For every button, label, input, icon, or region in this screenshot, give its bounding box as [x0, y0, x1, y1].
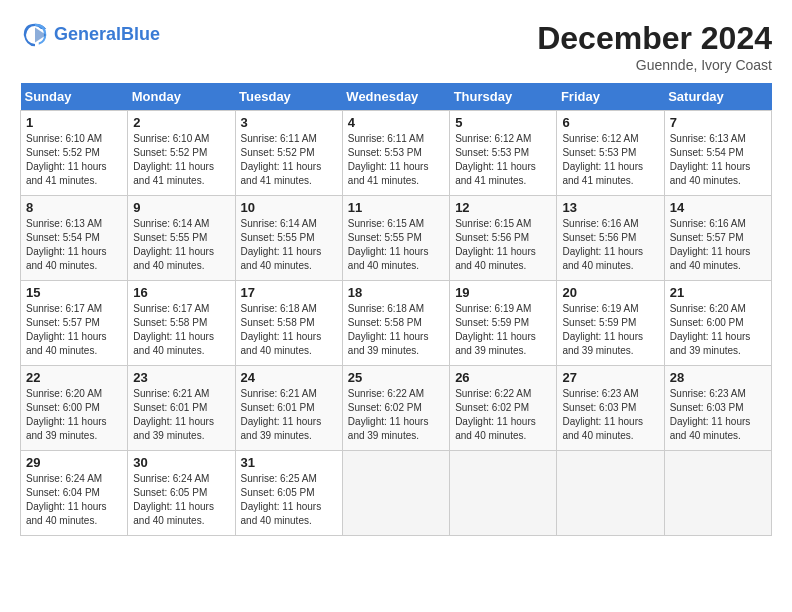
- day-info: Sunrise: 6:19 AMSunset: 5:59 PMDaylight:…: [455, 302, 551, 358]
- calendar-header-thursday: Thursday: [450, 83, 557, 111]
- title-block: December 2024 Guennde, Ivory Coast: [537, 20, 772, 73]
- day-number: 22: [26, 370, 122, 385]
- logo: GeneralBlue: [20, 20, 160, 50]
- day-number: 11: [348, 200, 444, 215]
- day-info: Sunrise: 6:12 AMSunset: 5:53 PMDaylight:…: [455, 132, 551, 188]
- calendar-cell: 10 Sunrise: 6:14 AMSunset: 5:55 PMDaylig…: [235, 196, 342, 281]
- calendar-cell: [664, 451, 771, 536]
- day-info: Sunrise: 6:15 AMSunset: 5:56 PMDaylight:…: [455, 217, 551, 273]
- calendar-cell: 16 Sunrise: 6:17 AMSunset: 5:58 PMDaylig…: [128, 281, 235, 366]
- day-number: 3: [241, 115, 337, 130]
- calendar-cell: 9 Sunrise: 6:14 AMSunset: 5:55 PMDayligh…: [128, 196, 235, 281]
- day-number: 23: [133, 370, 229, 385]
- day-number: 27: [562, 370, 658, 385]
- logo-icon: [20, 20, 50, 50]
- calendar-cell: 6 Sunrise: 6:12 AMSunset: 5:53 PMDayligh…: [557, 111, 664, 196]
- day-number: 24: [241, 370, 337, 385]
- day-info: Sunrise: 6:20 AMSunset: 6:00 PMDaylight:…: [26, 387, 122, 443]
- calendar-week-row: 29 Sunrise: 6:24 AMSunset: 6:04 PMDaylig…: [21, 451, 772, 536]
- day-number: 28: [670, 370, 766, 385]
- calendar-week-row: 1 Sunrise: 6:10 AMSunset: 5:52 PMDayligh…: [21, 111, 772, 196]
- day-info: Sunrise: 6:20 AMSunset: 6:00 PMDaylight:…: [670, 302, 766, 358]
- calendar-cell: 5 Sunrise: 6:12 AMSunset: 5:53 PMDayligh…: [450, 111, 557, 196]
- calendar-body: 1 Sunrise: 6:10 AMSunset: 5:52 PMDayligh…: [21, 111, 772, 536]
- calendar-cell: 11 Sunrise: 6:15 AMSunset: 5:55 PMDaylig…: [342, 196, 449, 281]
- calendar-cell: 22 Sunrise: 6:20 AMSunset: 6:00 PMDaylig…: [21, 366, 128, 451]
- calendar-cell: 15 Sunrise: 6:17 AMSunset: 5:57 PMDaylig…: [21, 281, 128, 366]
- calendar-cell: 2 Sunrise: 6:10 AMSunset: 5:52 PMDayligh…: [128, 111, 235, 196]
- calendar-cell: 12 Sunrise: 6:15 AMSunset: 5:56 PMDaylig…: [450, 196, 557, 281]
- day-number: 10: [241, 200, 337, 215]
- page-header: GeneralBlue December 2024 Guennde, Ivory…: [20, 20, 772, 73]
- calendar-cell: 17 Sunrise: 6:18 AMSunset: 5:58 PMDaylig…: [235, 281, 342, 366]
- day-info: Sunrise: 6:16 AMSunset: 5:57 PMDaylight:…: [670, 217, 766, 273]
- calendar-cell: 25 Sunrise: 6:22 AMSunset: 6:02 PMDaylig…: [342, 366, 449, 451]
- day-number: 14: [670, 200, 766, 215]
- day-info: Sunrise: 6:19 AMSunset: 5:59 PMDaylight:…: [562, 302, 658, 358]
- day-info: Sunrise: 6:15 AMSunset: 5:55 PMDaylight:…: [348, 217, 444, 273]
- calendar-cell: 4 Sunrise: 6:11 AMSunset: 5:53 PMDayligh…: [342, 111, 449, 196]
- day-number: 7: [670, 115, 766, 130]
- day-info: Sunrise: 6:14 AMSunset: 5:55 PMDaylight:…: [133, 217, 229, 273]
- calendar-cell: 26 Sunrise: 6:22 AMSunset: 6:02 PMDaylig…: [450, 366, 557, 451]
- day-number: 31: [241, 455, 337, 470]
- calendar-week-row: 15 Sunrise: 6:17 AMSunset: 5:57 PMDaylig…: [21, 281, 772, 366]
- calendar-cell: 21 Sunrise: 6:20 AMSunset: 6:00 PMDaylig…: [664, 281, 771, 366]
- location-subtitle: Guennde, Ivory Coast: [537, 57, 772, 73]
- day-info: Sunrise: 6:21 AMSunset: 6:01 PMDaylight:…: [241, 387, 337, 443]
- day-number: 30: [133, 455, 229, 470]
- day-number: 21: [670, 285, 766, 300]
- calendar-cell: 29 Sunrise: 6:24 AMSunset: 6:04 PMDaylig…: [21, 451, 128, 536]
- day-number: 29: [26, 455, 122, 470]
- day-info: Sunrise: 6:24 AMSunset: 6:04 PMDaylight:…: [26, 472, 122, 528]
- calendar-header-tuesday: Tuesday: [235, 83, 342, 111]
- day-number: 2: [133, 115, 229, 130]
- day-number: 9: [133, 200, 229, 215]
- day-info: Sunrise: 6:18 AMSunset: 5:58 PMDaylight:…: [241, 302, 337, 358]
- day-number: 8: [26, 200, 122, 215]
- day-info: Sunrise: 6:11 AMSunset: 5:53 PMDaylight:…: [348, 132, 444, 188]
- calendar-cell: 28 Sunrise: 6:23 AMSunset: 6:03 PMDaylig…: [664, 366, 771, 451]
- day-number: 17: [241, 285, 337, 300]
- logo-text-block: GeneralBlue: [54, 24, 160, 46]
- day-info: Sunrise: 6:13 AMSunset: 5:54 PMDaylight:…: [670, 132, 766, 188]
- calendar-cell: [557, 451, 664, 536]
- calendar-cell: 7 Sunrise: 6:13 AMSunset: 5:54 PMDayligh…: [664, 111, 771, 196]
- calendar-week-row: 8 Sunrise: 6:13 AMSunset: 5:54 PMDayligh…: [21, 196, 772, 281]
- calendar-cell: 19 Sunrise: 6:19 AMSunset: 5:59 PMDaylig…: [450, 281, 557, 366]
- calendar-cell: 18 Sunrise: 6:18 AMSunset: 5:58 PMDaylig…: [342, 281, 449, 366]
- day-number: 13: [562, 200, 658, 215]
- calendar-week-row: 22 Sunrise: 6:20 AMSunset: 6:00 PMDaylig…: [21, 366, 772, 451]
- calendar-cell: 27 Sunrise: 6:23 AMSunset: 6:03 PMDaylig…: [557, 366, 664, 451]
- day-info: Sunrise: 6:11 AMSunset: 5:52 PMDaylight:…: [241, 132, 337, 188]
- calendar-table: SundayMondayTuesdayWednesdayThursdayFrid…: [20, 83, 772, 536]
- calendar-cell: 14 Sunrise: 6:16 AMSunset: 5:57 PMDaylig…: [664, 196, 771, 281]
- day-info: Sunrise: 6:17 AMSunset: 5:58 PMDaylight:…: [133, 302, 229, 358]
- day-info: Sunrise: 6:14 AMSunset: 5:55 PMDaylight:…: [241, 217, 337, 273]
- calendar-cell: 8 Sunrise: 6:13 AMSunset: 5:54 PMDayligh…: [21, 196, 128, 281]
- day-info: Sunrise: 6:23 AMSunset: 6:03 PMDaylight:…: [670, 387, 766, 443]
- month-title: December 2024: [537, 20, 772, 57]
- calendar-cell: 20 Sunrise: 6:19 AMSunset: 5:59 PMDaylig…: [557, 281, 664, 366]
- calendar-header-wednesday: Wednesday: [342, 83, 449, 111]
- calendar-cell: 13 Sunrise: 6:16 AMSunset: 5:56 PMDaylig…: [557, 196, 664, 281]
- day-number: 12: [455, 200, 551, 215]
- day-info: Sunrise: 6:22 AMSunset: 6:02 PMDaylight:…: [348, 387, 444, 443]
- day-info: Sunrise: 6:10 AMSunset: 5:52 PMDaylight:…: [133, 132, 229, 188]
- day-info: Sunrise: 6:24 AMSunset: 6:05 PMDaylight:…: [133, 472, 229, 528]
- calendar-cell: 23 Sunrise: 6:21 AMSunset: 6:01 PMDaylig…: [128, 366, 235, 451]
- calendar-cell: 1 Sunrise: 6:10 AMSunset: 5:52 PMDayligh…: [21, 111, 128, 196]
- day-number: 25: [348, 370, 444, 385]
- day-number: 1: [26, 115, 122, 130]
- day-info: Sunrise: 6:12 AMSunset: 5:53 PMDaylight:…: [562, 132, 658, 188]
- day-info: Sunrise: 6:23 AMSunset: 6:03 PMDaylight:…: [562, 387, 658, 443]
- calendar-cell: [342, 451, 449, 536]
- day-number: 26: [455, 370, 551, 385]
- day-number: 16: [133, 285, 229, 300]
- calendar-cell: 30 Sunrise: 6:24 AMSunset: 6:05 PMDaylig…: [128, 451, 235, 536]
- day-info: Sunrise: 6:17 AMSunset: 5:57 PMDaylight:…: [26, 302, 122, 358]
- day-info: Sunrise: 6:22 AMSunset: 6:02 PMDaylight:…: [455, 387, 551, 443]
- day-number: 20: [562, 285, 658, 300]
- calendar-header-monday: Monday: [128, 83, 235, 111]
- calendar-header-sunday: Sunday: [21, 83, 128, 111]
